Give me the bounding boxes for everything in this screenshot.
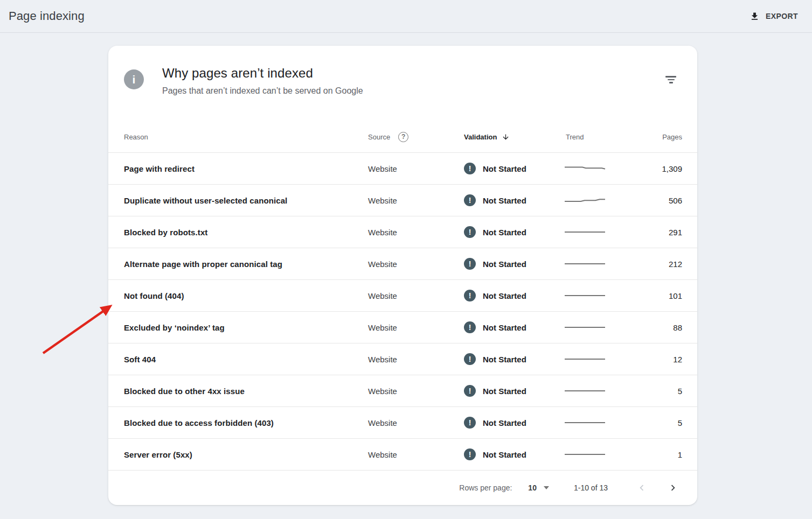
column-header-pages: Pages [634, 133, 682, 141]
table-row[interactable]: Alternate page with proper canonical tag… [108, 248, 697, 279]
validation-status-label: Not Started [483, 355, 526, 364]
reason-label: Server error (5xx) [124, 450, 368, 459]
table-row[interactable]: Blocked by robots.txt Website ! Not Star… [108, 216, 697, 248]
exclamation-icon: ! [464, 290, 476, 301]
table-row[interactable]: Soft 404 Website ! Not Started 12 [108, 343, 697, 375]
trend-sparkline [564, 419, 634, 426]
sort-descending-icon [502, 133, 510, 141]
pages-count: 88 [634, 323, 682, 332]
table-row[interactable]: Not found (404) Website ! Not Started 10… [108, 279, 697, 311]
trend-sparkline [564, 229, 634, 235]
table-row[interactable]: Excluded by ‘noindex’ tag Website ! Not … [108, 311, 697, 343]
reason-label: Blocked due to other 4xx issue [124, 387, 368, 396]
source-label: Website [368, 387, 464, 396]
source-label: Website [368, 228, 464, 237]
exclamation-icon: ! [464, 353, 476, 365]
pagination-bar: Rows per page: 10 1-10 of 13 [108, 470, 697, 504]
exclamation-icon: ! [464, 258, 476, 270]
validation-status-label: Not Started [483, 228, 526, 237]
source-label: Website [368, 418, 464, 427]
exclamation-icon: ! [464, 226, 476, 238]
exclamation-icon: ! [464, 163, 476, 174]
pages-count: 101 [634, 291, 682, 300]
validation-status-label: Not Started [483, 291, 526, 300]
page-title: Page indexing [9, 9, 85, 23]
filter-button[interactable] [663, 73, 679, 87]
source-label: Website [368, 260, 464, 269]
pages-count: 212 [634, 260, 682, 269]
table-row[interactable]: Server error (5xx) Website ! Not Started… [108, 438, 697, 470]
source-label: Website [368, 323, 464, 332]
table-header-row: Reason Source ? Validation Trend Pages [108, 121, 697, 152]
chevron-left-icon [636, 482, 648, 494]
exclamation-icon: ! [464, 417, 476, 429]
reason-label: Duplicate without user-selected canonica… [124, 196, 368, 205]
export-button-label: EXPORT [766, 12, 798, 20]
reason-label: Not found (404) [124, 291, 368, 300]
reason-label: Excluded by ‘noindex’ tag [124, 323, 368, 332]
reason-label: Soft 404 [124, 355, 368, 364]
source-label: Website [368, 196, 464, 205]
trend-sparkline [564, 324, 634, 331]
validation-status-label: Not Started [483, 323, 526, 332]
next-page-button[interactable] [666, 481, 680, 495]
reason-label: Page with redirect [124, 164, 368, 173]
exclamation-icon: ! [464, 194, 476, 206]
reason-label: Blocked by robots.txt [124, 228, 368, 237]
source-label: Website [368, 355, 464, 364]
indexing-card: i Why pages aren’t indexed Pages that ar… [108, 46, 697, 505]
validation-status-label: Not Started [483, 418, 526, 427]
trend-sparkline [564, 388, 634, 394]
info-icon: i [124, 69, 144, 89]
trend-sparkline [564, 165, 634, 172]
validation-status-label: Not Started [483, 450, 526, 459]
validation-status-label: Not Started [483, 260, 526, 269]
source-label: Website [368, 164, 464, 173]
pages-count: 5 [634, 387, 682, 396]
pages-count: 12 [634, 355, 682, 364]
filter-icon [665, 76, 676, 78]
exclamation-icon: ! [464, 448, 476, 460]
reason-label: Alternate page with proper canonical tag [124, 260, 368, 269]
previous-page-button[interactable] [635, 481, 649, 495]
trend-sparkline [564, 197, 634, 204]
validation-status-label: Not Started [483, 196, 526, 205]
pages-count: 506 [634, 196, 682, 205]
rows-per-page-select[interactable]: 10 [528, 483, 549, 492]
download-icon [749, 11, 760, 22]
chevron-right-icon [667, 482, 679, 494]
trend-sparkline [564, 292, 634, 299]
source-label: Website [368, 450, 464, 459]
table-row[interactable]: Blocked due to other 4xx issue Website !… [108, 375, 697, 406]
column-header-trend: Trend [564, 133, 634, 141]
validation-status-label: Not Started [483, 164, 526, 173]
validation-status-label: Not Started [483, 387, 526, 396]
top-bar: Page indexing EXPORT [0, 0, 812, 33]
help-icon[interactable]: ? [398, 132, 408, 142]
rows-per-page-value: 10 [528, 483, 537, 492]
table-row[interactable]: Page with redirect Website ! Not Started… [108, 152, 697, 184]
source-label: Website [368, 291, 464, 300]
dropdown-caret-icon [544, 486, 549, 489]
export-button[interactable]: EXPORT [745, 8, 802, 25]
column-header-validation[interactable]: Validation [464, 133, 564, 141]
card-subtitle: Pages that aren’t indexed can’t be serve… [162, 86, 363, 96]
card-header: i Why pages aren’t indexed Pages that ar… [108, 46, 697, 121]
pagination-range-label: 1-10 of 13 [574, 483, 608, 492]
trend-sparkline [564, 356, 634, 362]
table-row[interactable]: Blocked due to access forbidden (403) We… [108, 406, 697, 438]
trend-sparkline [564, 261, 634, 267]
card-title: Why pages aren’t indexed [162, 66, 363, 81]
table-row[interactable]: Duplicate without user-selected canonica… [108, 184, 697, 216]
rows-per-page-label: Rows per page: [459, 483, 512, 492]
column-header-source: Source [368, 133, 390, 141]
column-header-reason: Reason [124, 133, 368, 141]
pages-count: 5 [634, 418, 682, 427]
trend-sparkline [564, 451, 634, 458]
reason-label: Blocked due to access forbidden (403) [124, 418, 368, 427]
exclamation-icon: ! [464, 321, 476, 333]
pages-count: 1 [634, 450, 682, 459]
pages-count: 291 [634, 228, 682, 237]
table-body: Page with redirect Website ! Not Started… [108, 152, 697, 470]
exclamation-icon: ! [464, 385, 476, 397]
